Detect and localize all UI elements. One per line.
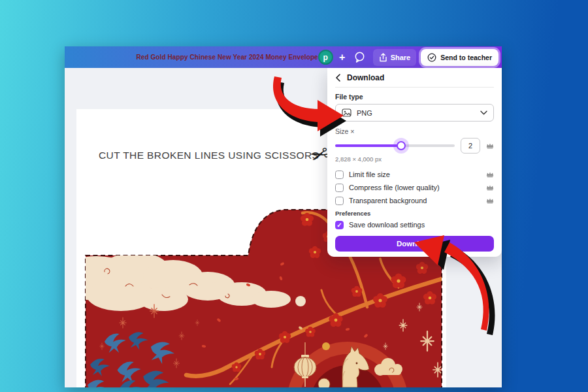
add-member-button[interactable]: + [338,52,347,63]
crown-icon [486,184,494,191]
size-slider[interactable] [335,144,455,147]
app-window: Red Gold Happy Chinese New Year 2024 Mon… [65,46,502,387]
output-dimensions: 2,828 × 4,000 px [335,155,494,163]
checkbox-unchecked[interactable] [335,171,344,179]
page-background: Red Gold Happy Chinese New Year 2024 Mon… [0,0,588,392]
share-button[interactable]: Share [373,49,417,66]
download-panel: Download File type PNG S [327,68,502,257]
size-value-input[interactable]: 2 [461,138,480,154]
crown-icon [486,142,494,149]
option-save-download-settings[interactable]: ✓ Save download settings [335,219,494,231]
download-button[interactable]: Download [335,236,494,252]
preferences-label: Preferences [335,210,494,217]
chevron-down-icon [480,110,487,115]
editor-topbar: Red Gold Happy Chinese New Year 2024 Mon… [65,46,502,68]
avatar[interactable]: p [318,50,333,65]
checkbox-unchecked[interactable] [335,184,344,192]
share-button-label: Share [391,54,411,61]
send-to-teacher-label: Send to teacher [440,54,492,61]
topbar-actions: p + [318,46,498,68]
file-type-value: PNG [357,109,475,117]
speech-bubble-icon [353,51,366,63]
comments-button[interactable] [351,49,368,66]
file-type-label: File type [335,93,494,101]
crown-icon [486,197,494,204]
document-title: Red Gold Happy Chinese New Year 2024 Mon… [135,46,331,68]
back-button[interactable] [335,74,341,82]
option-compress-file[interactable]: Compress file (lower quality) [335,181,494,194]
size-label: Size × [335,127,494,135]
cut-instruction-text: CUT THE BROKEN LINES USING SCISSORS [99,150,319,161]
checkbox-checked[interactable]: ✓ [335,221,344,229]
size-slider-row: 2 [335,138,494,154]
option-transparent-background[interactable]: Transparent background [335,194,494,207]
checkbox-unchecked[interactable] [335,197,344,205]
image-icon [342,108,351,117]
panel-title: Download [347,73,384,82]
slider-fill [335,144,401,147]
check-circle-icon [427,53,436,62]
option-limit-file-size[interactable]: Limit file size [335,168,494,181]
file-type-dropdown[interactable]: PNG [335,104,494,122]
panel-header: Download [335,68,494,88]
crown-icon [486,171,494,178]
send-to-teacher-button[interactable]: Send to teacher [421,49,498,66]
upload-icon [379,53,387,62]
slider-handle[interactable] [397,141,406,150]
download-options: Limit file size Compress file (lower qua… [335,168,494,207]
